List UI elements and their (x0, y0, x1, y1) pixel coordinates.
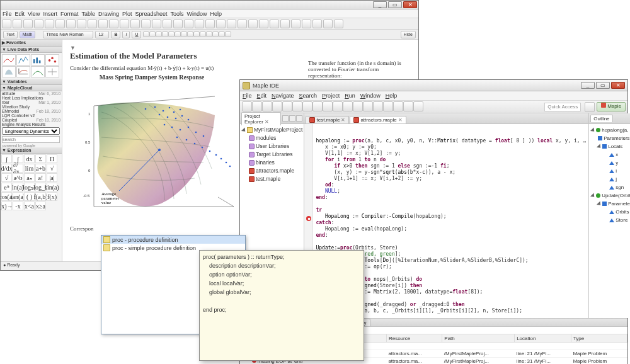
ide-menu-project[interactable]: Project (322, 93, 340, 99)
toolbar-button[interactable] (312, 20, 322, 28)
ide-menu-edit[interactable]: Edit (257, 93, 267, 99)
text-mode-button[interactable]: Text (3, 31, 18, 38)
underline-button[interactable]: U (132, 31, 141, 38)
editor-tab[interactable]: attractors.maple ✕ (350, 116, 406, 123)
outline-fn2[interactable]: Update(Orbits, Store) (590, 191, 630, 200)
toolbar-button[interactable] (248, 20, 258, 28)
variables-palette-header[interactable]: ▼ Variables (1, 79, 62, 85)
toolbar-button[interactable] (23, 20, 33, 28)
problems-column-header[interactable]: Resource (386, 334, 442, 343)
ide-toolbar-button[interactable] (312, 101, 323, 111)
project-explorer-tab[interactable]: Project Explorer ✕ (241, 112, 281, 125)
ide-toolbar-button[interactable] (333, 101, 343, 111)
toolbar-button[interactable] (55, 20, 65, 28)
expression-button[interactable]: √ (47, 164, 57, 173)
toolbar-button[interactable] (141, 20, 151, 28)
toolbar-button[interactable] (120, 20, 129, 28)
expression-button[interactable]: lim (24, 164, 35, 173)
expand-icon[interactable] (597, 201, 602, 207)
toolbar-button[interactable] (109, 20, 118, 28)
expression-button[interactable]: ( ) (24, 192, 35, 201)
ide-minimize-button[interactable]: _ (581, 82, 595, 89)
expand-icon[interactable] (590, 193, 596, 198)
expression-button[interactable]: aₙ (24, 173, 35, 182)
tree-project-root[interactable]: MyFirstMapleProject (241, 126, 302, 134)
ide-menu-window[interactable]: Window (360, 93, 381, 99)
bold-button[interactable]: B (111, 31, 120, 38)
expression-button[interactable]: a+b (35, 164, 46, 173)
outline-params[interactable]: Parameters (590, 134, 630, 142)
expression-button[interactable]: f(x) (47, 192, 57, 201)
variable-row[interactable]: LQR Controller v2 (1, 113, 62, 118)
ide-toolbar-button[interactable] (242, 101, 252, 111)
menu-tools[interactable]: Tools (171, 11, 184, 17)
menu-file[interactable]: File (3, 11, 12, 17)
ide-menu-run[interactable]: Run (345, 93, 355, 99)
menu-drawing[interactable]: Drawing (98, 11, 119, 17)
live-plots-palette-header[interactable]: ▼ Live Data Plots (1, 47, 62, 53)
toolbar-button[interactable] (227, 20, 236, 28)
problems-column-header[interactable]: Path (442, 334, 515, 343)
outline-local[interactable]: sgn (590, 183, 630, 191)
outline-local[interactable]: x (590, 151, 630, 159)
math-mode-button[interactable]: Math (20, 31, 36, 38)
expand-icon[interactable] (597, 144, 602, 149)
close-tab-icon[interactable]: ✕ (398, 117, 403, 123)
ide-toolbar-button[interactable] (393, 101, 403, 111)
expression-button[interactable]: ∂/∂x (13, 164, 23, 173)
outline-param[interactable]: Store (590, 216, 630, 224)
toolbar-button[interactable] (163, 20, 172, 28)
expression-button[interactable]: -x (13, 202, 23, 210)
expression-button[interactable]: tan(a) (13, 192, 23, 201)
plot-thumbnail-button[interactable] (45, 54, 59, 65)
plot-thumbnail-button[interactable] (31, 66, 45, 77)
ide-menu-search[interactable]: Search (299, 93, 318, 99)
toolbar-button[interactable] (216, 20, 226, 28)
ide-maximize-button[interactable]: ▭ (596, 82, 610, 89)
variable-row[interactable]: Engine Analysis Results (1, 122, 62, 127)
toolbar-button[interactable] (130, 20, 140, 28)
variable-row[interactable]: CoupledFeb 10, 2010 (1, 118, 62, 122)
format-button[interactable] (200, 31, 206, 37)
maplecloud-group-select[interactable]: Engineering Dynamics(30) (2, 127, 60, 135)
ide-toolbar-button[interactable] (363, 101, 373, 111)
expression-button[interactable]: f(a,b) (35, 192, 46, 201)
outline-locals[interactable]: Locals (590, 142, 630, 151)
expression-button[interactable]: a! (35, 173, 46, 182)
expression-button[interactable]: d/dx (1, 164, 12, 173)
tree-file[interactable]: test.maple (241, 175, 302, 183)
toolbar-button[interactable] (238, 20, 247, 28)
tree-folder[interactable]: User Libraries (241, 142, 302, 151)
expression-button[interactable]: dx (24, 154, 35, 163)
editor-tab[interactable]: test.maple ✕ (306, 116, 349, 123)
expression-button[interactable]: x≥a (35, 202, 46, 210)
ide-toolbar-button[interactable] (252, 101, 262, 111)
expression-button[interactable]: Π (47, 154, 57, 163)
format-button[interactable] (156, 31, 162, 37)
toolbar-button[interactable] (291, 20, 301, 28)
expression-button[interactable]: √ (1, 173, 12, 182)
outline-tree[interactable]: hopalong(a, b, c, x0, y0, n, V::Matrix(n… (589, 124, 630, 318)
close-button[interactable]: ✕ (403, 1, 417, 8)
expression-button[interactable]: sin(a) (47, 183, 57, 191)
format-button[interactable] (219, 31, 225, 37)
format-button[interactable] (149, 31, 156, 37)
maplecloud-search-input[interactable] (2, 136, 60, 143)
font-select[interactable]: Times New Roman (43, 31, 93, 38)
plot-thumbnail-button[interactable] (2, 66, 16, 77)
format-button[interactable] (181, 31, 187, 37)
hide-button[interactable]: Hide (401, 31, 416, 38)
toolbar-button[interactable] (270, 20, 279, 28)
quick-access-input[interactable]: Quick Access (544, 103, 581, 111)
expression-button[interactable]: x<a (24, 202, 35, 210)
plot-thumbnail-button[interactable] (45, 66, 59, 77)
outline-local[interactable]: y (590, 159, 630, 167)
ide-toolbar-button[interactable] (302, 101, 312, 111)
outline-fn[interactable]: hopalong(a, b, c, x0, y0, n, V::Matrix(n… (590, 126, 630, 134)
ide-toolbar-button[interactable] (272, 101, 282, 111)
ide-toolbar-button[interactable] (343, 101, 353, 111)
view-minimize-icon[interactable] (296, 115, 302, 122)
minimize-button[interactable]: _ (373, 1, 387, 8)
toolbar-button[interactable] (45, 20, 54, 28)
format-button[interactable] (187, 31, 193, 37)
